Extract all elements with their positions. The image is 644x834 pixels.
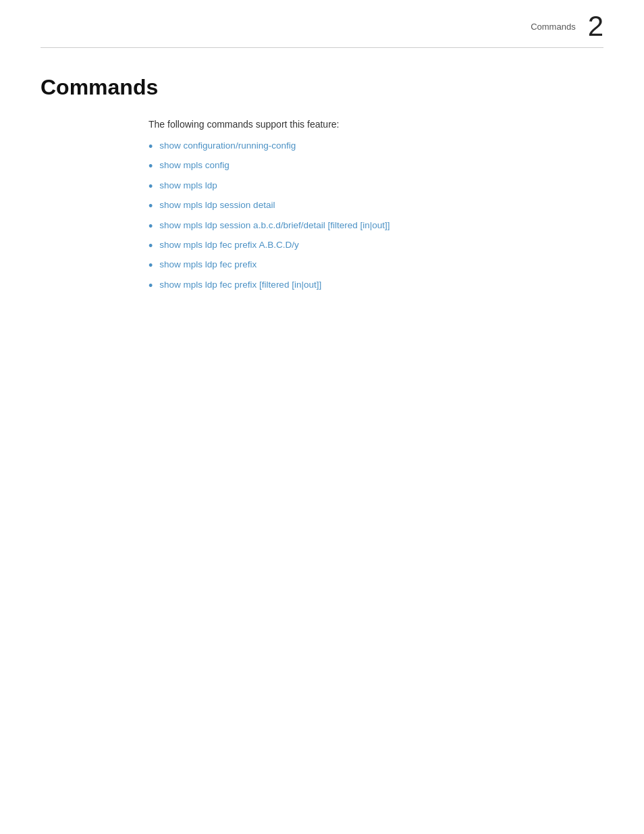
intro-text: The following commands support this feat… xyxy=(149,119,603,130)
bullet-icon: • xyxy=(149,199,153,214)
command-link-7[interactable]: show mpls ldp fec prefix xyxy=(159,258,257,271)
list-item: •show mpls ldp fec prefix [filtered [in|… xyxy=(149,278,603,294)
list-item: •show mpls ldp session a.b.c.d/brief/det… xyxy=(149,219,603,234)
command-link-4[interactable]: show mpls ldp session detail xyxy=(159,199,275,212)
list-item: •show mpls ldp fec prefix A.B.C.D/y xyxy=(149,238,603,254)
list-item: •show mpls ldp xyxy=(149,179,603,194)
page-header: Commands 2 xyxy=(0,0,644,47)
command-link-3[interactable]: show mpls ldp xyxy=(159,179,217,192)
bullet-icon: • xyxy=(149,238,153,254)
list-item: •show mpls ldp session detail xyxy=(149,199,603,214)
bullet-icon: • xyxy=(149,139,153,155)
list-item: •show mpls ldp fec prefix xyxy=(149,258,603,273)
header-chapter-title: Commands xyxy=(531,22,575,32)
command-link-1[interactable]: show configuration/running-config xyxy=(159,139,296,153)
commands-list: •show configuration/running-config•show … xyxy=(149,139,603,294)
list-item: •show mpls config xyxy=(149,159,603,174)
command-link-6[interactable]: show mpls ldp fec prefix A.B.C.D/y xyxy=(159,238,298,252)
bullet-icon: • xyxy=(149,159,153,174)
list-item: •show configuration/running-config xyxy=(149,139,603,155)
page: Commands 2 Commands The following comman… xyxy=(0,0,644,834)
main-content: Commands The following commands support … xyxy=(0,48,644,338)
command-link-2[interactable]: show mpls config xyxy=(159,159,230,172)
bullet-icon: • xyxy=(149,219,153,234)
command-link-8[interactable]: show mpls ldp fec prefix [filtered [in|o… xyxy=(159,278,321,292)
bullet-icon: • xyxy=(149,278,153,294)
header-chapter: Commands 2 xyxy=(531,12,603,41)
bullet-icon: • xyxy=(149,258,153,273)
page-title: Commands xyxy=(41,75,603,100)
command-link-5[interactable]: show mpls ldp session a.b.c.d/brief/deta… xyxy=(159,219,390,232)
header-chapter-number: 2 xyxy=(588,12,603,41)
bullet-icon: • xyxy=(149,179,153,194)
